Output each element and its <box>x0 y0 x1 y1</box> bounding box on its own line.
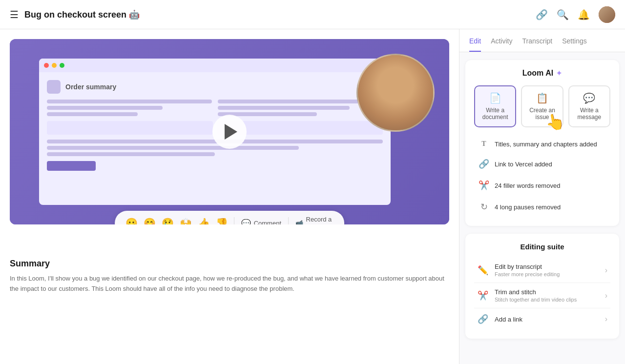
chevron-right-icon: › <box>605 266 607 275</box>
suite-item-link-text: Add a link <box>495 316 599 323</box>
emoji-thumbsup[interactable]: 👍 <box>195 216 213 224</box>
write-message-label: Write a message <box>573 107 605 121</box>
header: ☰ Bug on checkout screen 🤖 🔗 🔍 🔔 <box>0 0 625 29</box>
video-inner: Order summary <box>10 39 449 224</box>
loom-ai-title-text: Loom AI <box>522 69 553 78</box>
record-comment-button[interactable]: 📹 Record a comment <box>292 215 336 224</box>
page-title: Bug on checkout screen 🤖 <box>24 9 140 20</box>
ai-item-link: 🔗 Link to Vercel added <box>474 154 610 174</box>
suite-item-trim-text: Trim and stitch Stitch together and trim… <box>495 288 599 303</box>
suite-item-trim-title: Trim and stitch <box>495 288 599 296</box>
browser-titlebar <box>39 59 391 72</box>
play-icon <box>225 124 237 140</box>
ai-create-issue-button[interactable]: 📋 Create an issue 👆 <box>521 85 563 127</box>
order-icon <box>47 80 61 94</box>
ai-actions: 📄 Write a document 📋 Create an issue 👆 💬… <box>474 85 610 127</box>
ai-item-filler: ✂️ 24 filler words removed <box>474 175 610 196</box>
record-icon: 📹 <box>295 220 303 225</box>
ai-item-link-text: Link to Vercel added <box>495 161 552 168</box>
summary-text: In this Loom, I'll show you a bug we ide… <box>10 274 449 294</box>
suite-item-transcript-sub: Faster more precise editing <box>495 271 599 277</box>
mock-button <box>47 161 96 171</box>
record-label: Record a comment <box>306 216 333 224</box>
transcript-icon: ✏️ <box>477 265 489 276</box>
emoji-smile[interactable]: 😊 <box>141 216 159 224</box>
suite-item-transcript[interactable]: ✏️ Edit by transcript Faster more precis… <box>474 258 610 283</box>
comment-label: Comment <box>254 220 281 225</box>
chevron-right-trim-icon: › <box>605 291 607 300</box>
main-layout: Order summary <box>0 29 625 364</box>
tab-transcript[interactable]: Transcript <box>522 29 552 52</box>
editing-suite-title: Editing suite <box>474 243 610 251</box>
emoji-laugh[interactable]: 😛 <box>123 216 141 224</box>
create-issue-label: Create an issue <box>526 107 558 121</box>
loom-ai-card: Loom AI ✦ 📄 Write a document 📋 Create an… <box>465 60 619 226</box>
search-icon[interactable]: 🔍 <box>557 9 569 20</box>
ai-item-filler-text: 24 filler words removed <box>495 182 560 189</box>
emoji-cry[interactable]: 😢 <box>159 216 177 224</box>
header-left: ☰ Bug on checkout screen 🤖 <box>10 9 140 20</box>
filler-icon: ✂️ <box>478 180 490 191</box>
suite-item-trim-sub: Stitch together and trim video clips <box>495 297 599 303</box>
header-right: 🔗 🔍 🔔 <box>536 6 615 23</box>
left-panel: Order summary <box>0 29 459 364</box>
link-icon[interactable]: 🔗 <box>536 9 548 20</box>
write-document-label: Write a document <box>479 107 511 121</box>
avatar[interactable] <box>599 6 615 23</box>
ai-item-pauses: ↻ 4 long pauses removed <box>474 197 610 217</box>
dot-green <box>60 63 64 68</box>
ai-item-pauses-text: 4 long pauses removed <box>495 203 561 211</box>
hamburger-menu[interactable]: ☰ <box>10 9 19 20</box>
suite-item-transcript-title: Edit by transcript <box>495 263 599 270</box>
mock-input-1 <box>47 121 213 135</box>
dot-yellow <box>52 63 57 68</box>
issue-icon: 📋 <box>536 92 548 104</box>
suite-item-transcript-text: Edit by transcript Faster more precise e… <box>495 263 599 277</box>
ai-items-list: T Titles, summary and chapters added 🔗 L… <box>474 135 610 217</box>
message-icon: 💬 <box>583 92 595 104</box>
ai-write-message-button[interactable]: 💬 Write a message <box>568 85 610 127</box>
summary-section: Summary In this Loom, I'll show you a bu… <box>0 234 459 304</box>
suite-item-trim[interactable]: ✂️ Trim and stitch Stitch together and t… <box>474 283 610 308</box>
right-panel: Edit Activity Transcript Settings Loom A… <box>459 29 625 364</box>
titles-icon: T <box>478 140 490 148</box>
divider <box>234 217 234 224</box>
ai-star-icon: ✦ <box>556 69 562 77</box>
suite-item-link-title: Add a link <box>495 316 599 323</box>
ai-item-titles: T Titles, summary and chapters added <box>474 135 610 153</box>
comment-button[interactable]: 💬 Comment <box>237 218 285 225</box>
play-button[interactable] <box>212 115 247 149</box>
link-ai-icon: 🔗 <box>478 159 490 169</box>
add-link-icon: 🔗 <box>477 314 489 324</box>
tab-settings[interactable]: Settings <box>562 29 587 52</box>
ai-write-document-button[interactable]: 📄 Write a document <box>474 85 516 127</box>
video-container: Order summary <box>10 39 449 224</box>
comment-icon: 💬 <box>241 219 251 225</box>
summary-title: Summary <box>10 259 449 269</box>
chevron-right-link-icon: › <box>605 315 607 324</box>
tab-activity[interactable]: Activity <box>491 29 512 52</box>
emoji-thumbsdown[interactable]: 👎 <box>213 216 231 224</box>
notification-icon[interactable]: 🔔 <box>578 9 590 20</box>
tab-bar: Edit Activity Transcript Settings <box>459 29 625 52</box>
order-title: Order summary <box>65 83 116 91</box>
dot-red <box>44 63 49 68</box>
document-icon: 📄 <box>489 92 501 104</box>
pauses-icon: ↻ <box>478 202 490 212</box>
divider-2 <box>288 217 289 224</box>
suite-item-link[interactable]: 🔗 Add a link › <box>474 308 610 330</box>
emoji-celebrate[interactable]: 🙌 <box>177 216 195 224</box>
editing-suite-card: Editing suite ✏️ Edit by transcript Fast… <box>465 234 619 339</box>
presenter-circle <box>356 54 435 132</box>
loom-ai-title: Loom AI ✦ <box>474 69 610 78</box>
trim-icon: ✂️ <box>477 290 489 301</box>
reactions-bar: 😛 😊 😢 🙌 👍 👎 💬 Comment 📹 Record a comment <box>115 211 344 224</box>
order-header: Order summary <box>47 80 383 94</box>
ai-item-titles-text: Titles, summary and chapters added <box>495 141 597 148</box>
tab-edit[interactable]: Edit <box>469 29 481 52</box>
presenter-face <box>358 55 433 130</box>
